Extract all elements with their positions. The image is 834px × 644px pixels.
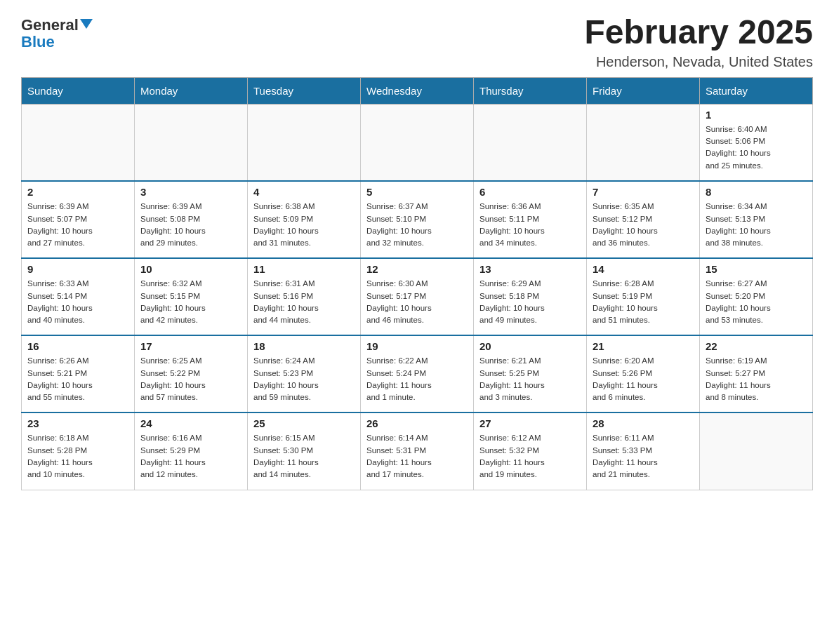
day-info: Sunrise: 6:40 AMSunset: 5:06 PMDaylight:… xyxy=(706,123,807,172)
day-number: 4 xyxy=(253,186,355,198)
weekday-header-thursday: Thursday xyxy=(474,77,587,104)
day-info: Sunrise: 6:22 AMSunset: 5:24 PMDaylight:… xyxy=(366,355,468,403)
calendar-cell: 8Sunrise: 6:34 AMSunset: 5:13 PMDaylight… xyxy=(700,181,813,258)
weekday-header-sunday: Sunday xyxy=(22,77,135,104)
calendar-cell: 1Sunrise: 6:40 AMSunset: 5:06 PMDaylight… xyxy=(700,104,813,181)
day-number: 22 xyxy=(706,340,807,352)
day-info: Sunrise: 6:24 AMSunset: 5:23 PMDaylight:… xyxy=(253,355,355,403)
calendar-cell: 18Sunrise: 6:24 AMSunset: 5:23 PMDayligh… xyxy=(248,335,361,412)
calendar-cell: 13Sunrise: 6:29 AMSunset: 5:18 PMDayligh… xyxy=(474,258,587,335)
calendar-cell: 11Sunrise: 6:31 AMSunset: 5:16 PMDayligh… xyxy=(248,258,361,335)
calendar-cell: 2Sunrise: 6:39 AMSunset: 5:07 PMDaylight… xyxy=(22,181,135,258)
day-info: Sunrise: 6:38 AMSunset: 5:09 PMDaylight:… xyxy=(253,201,355,249)
calendar-cell: 26Sunrise: 6:14 AMSunset: 5:31 PMDayligh… xyxy=(361,412,474,490)
day-number: 5 xyxy=(366,186,468,198)
calendar-cell: 3Sunrise: 6:39 AMSunset: 5:08 PMDaylight… xyxy=(135,181,248,258)
logo-general: General xyxy=(21,18,79,33)
day-number: 15 xyxy=(706,263,807,275)
calendar-cell xyxy=(361,104,474,181)
day-number: 24 xyxy=(140,417,241,429)
calendar-cell: 6Sunrise: 6:36 AMSunset: 5:11 PMDaylight… xyxy=(474,181,587,258)
title-section: February 2025 Henderson, Nevada, United … xyxy=(584,14,813,70)
weekday-header-tuesday: Tuesday xyxy=(248,77,361,104)
calendar-header-row: SundayMondayTuesdayWednesdayThursdayFrid… xyxy=(22,77,813,104)
calendar-cell: 9Sunrise: 6:33 AMSunset: 5:14 PMDaylight… xyxy=(22,258,135,335)
calendar-cell: 19Sunrise: 6:22 AMSunset: 5:24 PMDayligh… xyxy=(361,335,474,412)
day-number: 25 xyxy=(253,417,355,429)
day-number: 26 xyxy=(366,417,468,429)
day-number: 2 xyxy=(27,186,128,198)
day-number: 9 xyxy=(27,263,128,275)
day-info: Sunrise: 6:18 AMSunset: 5:28 PMDaylight:… xyxy=(27,432,128,481)
calendar-cell: 22Sunrise: 6:19 AMSunset: 5:27 PMDayligh… xyxy=(700,335,813,412)
day-info: Sunrise: 6:16 AMSunset: 5:29 PMDaylight:… xyxy=(140,432,241,481)
calendar-cell: 17Sunrise: 6:25 AMSunset: 5:22 PMDayligh… xyxy=(135,335,248,412)
day-info: Sunrise: 6:15 AMSunset: 5:30 PMDaylight:… xyxy=(253,432,355,481)
day-number: 20 xyxy=(479,340,581,352)
day-info: Sunrise: 6:19 AMSunset: 5:27 PMDaylight:… xyxy=(706,355,807,403)
calendar-week-row: 16Sunrise: 6:26 AMSunset: 5:21 PMDayligh… xyxy=(22,335,813,412)
day-info: Sunrise: 6:32 AMSunset: 5:15 PMDaylight:… xyxy=(140,278,241,326)
day-info: Sunrise: 6:26 AMSunset: 5:21 PMDaylight:… xyxy=(27,355,128,403)
day-number: 8 xyxy=(706,186,807,198)
day-info: Sunrise: 6:27 AMSunset: 5:20 PMDaylight:… xyxy=(706,278,807,326)
day-info: Sunrise: 6:33 AMSunset: 5:14 PMDaylight:… xyxy=(27,278,128,326)
calendar-cell xyxy=(22,104,135,181)
calendar-cell xyxy=(587,104,700,181)
location-title: Henderson, Nevada, United States xyxy=(584,54,813,70)
day-number: 18 xyxy=(253,340,355,352)
calendar-cell: 27Sunrise: 6:12 AMSunset: 5:32 PMDayligh… xyxy=(474,412,587,490)
day-info: Sunrise: 6:12 AMSunset: 5:32 PMDaylight:… xyxy=(479,432,581,481)
day-info: Sunrise: 6:37 AMSunset: 5:10 PMDaylight:… xyxy=(366,201,468,249)
day-number: 16 xyxy=(27,340,128,352)
calendar-cell: 20Sunrise: 6:21 AMSunset: 5:25 PMDayligh… xyxy=(474,335,587,412)
day-number: 11 xyxy=(253,263,355,275)
day-number: 13 xyxy=(479,263,581,275)
calendar-cell: 25Sunrise: 6:15 AMSunset: 5:30 PMDayligh… xyxy=(248,412,361,490)
day-number: 3 xyxy=(140,186,241,198)
day-info: Sunrise: 6:20 AMSunset: 5:26 PMDaylight:… xyxy=(593,355,694,403)
day-info: Sunrise: 6:29 AMSunset: 5:18 PMDaylight:… xyxy=(479,278,581,326)
page-header: General Blue February 2025 Henderson, Ne… xyxy=(21,14,813,70)
day-info: Sunrise: 6:14 AMSunset: 5:31 PMDaylight:… xyxy=(366,432,468,481)
logo-blue: Blue xyxy=(21,34,55,50)
calendar-cell: 12Sunrise: 6:30 AMSunset: 5:17 PMDayligh… xyxy=(361,258,474,335)
calendar-cell xyxy=(248,104,361,181)
day-number: 6 xyxy=(479,186,581,198)
day-info: Sunrise: 6:35 AMSunset: 5:12 PMDaylight:… xyxy=(593,201,694,249)
day-number: 19 xyxy=(366,340,468,352)
weekday-header-saturday: Saturday xyxy=(700,77,813,104)
day-info: Sunrise: 6:34 AMSunset: 5:13 PMDaylight:… xyxy=(706,201,807,249)
logo-triangle-icon xyxy=(80,19,93,29)
calendar-cell: 10Sunrise: 6:32 AMSunset: 5:15 PMDayligh… xyxy=(135,258,248,335)
calendar-cell: 23Sunrise: 6:18 AMSunset: 5:28 PMDayligh… xyxy=(22,412,135,490)
calendar-cell: 14Sunrise: 6:28 AMSunset: 5:19 PMDayligh… xyxy=(587,258,700,335)
calendar-cell: 4Sunrise: 6:38 AMSunset: 5:09 PMDaylight… xyxy=(248,181,361,258)
day-info: Sunrise: 6:28 AMSunset: 5:19 PMDaylight:… xyxy=(593,278,694,326)
calendar-cell: 5Sunrise: 6:37 AMSunset: 5:10 PMDaylight… xyxy=(361,181,474,258)
calendar-table: SundayMondayTuesdayWednesdayThursdayFrid… xyxy=(21,77,813,490)
day-info: Sunrise: 6:25 AMSunset: 5:22 PMDaylight:… xyxy=(140,355,241,403)
calendar-cell: 21Sunrise: 6:20 AMSunset: 5:26 PMDayligh… xyxy=(587,335,700,412)
day-info: Sunrise: 6:11 AMSunset: 5:33 PMDaylight:… xyxy=(593,432,694,481)
month-title: February 2025 xyxy=(584,14,813,51)
logo: General Blue xyxy=(21,14,93,50)
day-info: Sunrise: 6:36 AMSunset: 5:11 PMDaylight:… xyxy=(479,201,581,249)
day-number: 14 xyxy=(593,263,694,275)
day-number: 17 xyxy=(140,340,241,352)
calendar-cell xyxy=(474,104,587,181)
calendar-cell xyxy=(135,104,248,181)
day-number: 1 xyxy=(706,109,807,121)
calendar-cell: 28Sunrise: 6:11 AMSunset: 5:33 PMDayligh… xyxy=(587,412,700,490)
calendar-cell: 24Sunrise: 6:16 AMSunset: 5:29 PMDayligh… xyxy=(135,412,248,490)
calendar-week-row: 2Sunrise: 6:39 AMSunset: 5:07 PMDaylight… xyxy=(22,181,813,258)
calendar-week-row: 1Sunrise: 6:40 AMSunset: 5:06 PMDaylight… xyxy=(22,104,813,181)
day-number: 7 xyxy=(593,186,694,198)
day-info: Sunrise: 6:39 AMSunset: 5:08 PMDaylight:… xyxy=(140,201,241,249)
day-info: Sunrise: 6:21 AMSunset: 5:25 PMDaylight:… xyxy=(479,355,581,403)
day-number: 27 xyxy=(479,417,581,429)
calendar-cell: 15Sunrise: 6:27 AMSunset: 5:20 PMDayligh… xyxy=(700,258,813,335)
day-number: 21 xyxy=(593,340,694,352)
day-number: 10 xyxy=(140,263,241,275)
day-info: Sunrise: 6:39 AMSunset: 5:07 PMDaylight:… xyxy=(27,201,128,249)
